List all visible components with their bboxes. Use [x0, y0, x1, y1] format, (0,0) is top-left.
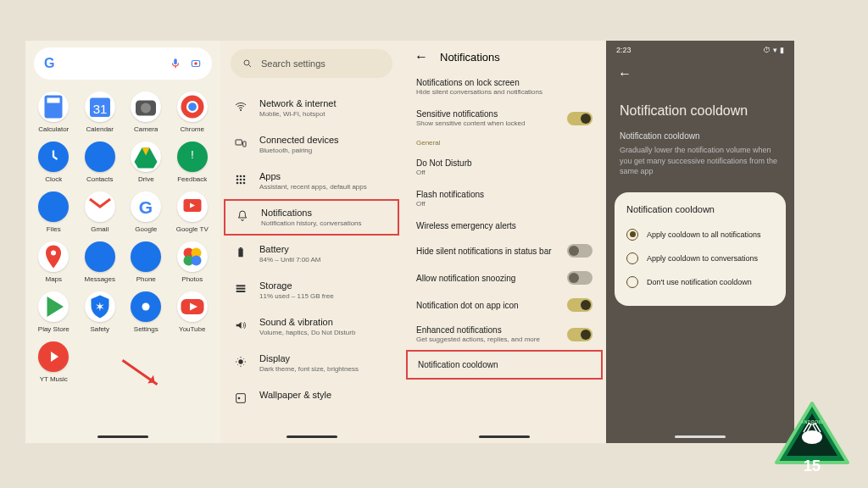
devices-icon [234, 136, 248, 150]
app-drawer-screen: G Calculator31CalendarCameraChromeClockC… [25, 41, 220, 443]
item-title: Enhanced notifications [416, 325, 567, 335]
clock-icon [38, 141, 69, 172]
settings-item-storage[interactable]: Storage11% used – 115 GB free [220, 272, 403, 308]
app-photos[interactable]: Photos [170, 241, 216, 283]
notif-item-notifications-on-lock-screen[interactable]: Notifications on lock screenHide silent … [403, 71, 606, 103]
radio-icon [626, 252, 638, 264]
settings-item-connected-devices[interactable]: Connected devicesBluetooth, pairing [220, 126, 403, 163]
back-icon[interactable]: ← [415, 49, 428, 64]
nav-bar[interactable] [97, 435, 148, 438]
toggle[interactable] [567, 244, 593, 258]
app-play-store[interactable]: Play Store [31, 291, 77, 333]
item-title: Flash notifications [416, 190, 593, 199]
nav-bar[interactable] [479, 435, 530, 438]
app-label: Calendar [86, 125, 114, 133]
chrome-icon [177, 92, 208, 122]
play-icon [38, 291, 69, 322]
app-label: Google TV [176, 225, 209, 233]
app-drive[interactable]: Drive [123, 141, 170, 183]
cooldown-option-2[interactable]: Don't use notification cooldown [626, 270, 774, 294]
notif-item-wireless-emergency-alerts[interactable]: Wireless emergency alerts [403, 214, 606, 237]
svg-text:!: ! [191, 148, 194, 161]
app-safety[interactable]: ✶Safety [77, 291, 124, 333]
notif-item-do-not-disturb[interactable]: Do Not DisturbOff [403, 152, 606, 183]
wifi-icon: ▾ [773, 46, 777, 54]
app-label: Safety [90, 325, 109, 333]
files-icon [38, 191, 69, 222]
app-chrome[interactable]: Chrome [170, 92, 216, 133]
app-calculator[interactable]: Calculator [31, 92, 77, 133]
app-clock[interactable]: Clock [31, 141, 77, 183]
app-google[interactable]: GGoogle [123, 191, 170, 233]
cooldown-option-0[interactable]: Apply cooldown to all notifications [626, 223, 774, 247]
app-messages[interactable]: Messages [77, 241, 124, 283]
app-google-tv[interactable]: Google TV [170, 191, 216, 233]
app-label: Files [47, 225, 61, 233]
app-gmail[interactable]: Gmail [77, 191, 124, 233]
notif-item-notification-cooldown[interactable]: Notification cooldown [406, 350, 603, 380]
app-calendar[interactable]: 31Calendar [77, 92, 124, 133]
photos-icon [177, 241, 208, 272]
svg-text:G: G [139, 197, 153, 217]
app-yt-music[interactable]: YT Music [31, 341, 77, 383]
settings-item-apps[interactable]: AppsAssistant, recent apps, default apps [220, 163, 403, 199]
notif-item-notification-dot-on-app-icon[interactable]: Notification dot on app icon [403, 291, 606, 319]
item-subtitle: Hide silent conversations and notificati… [416, 88, 593, 96]
app-phone[interactable]: Phone [123, 241, 170, 283]
nav-bar[interactable] [287, 435, 337, 438]
search-settings-input[interactable]: Search settings [231, 49, 392, 78]
app-feedback[interactable]: !Feedback [170, 141, 216, 183]
settings-item-battery[interactable]: Battery84% – Until 7:00 AM [220, 236, 403, 272]
item-subtitle: Mobile, Wi-Fi, hotspot [259, 110, 389, 118]
notif-item-hide-silent-notifications-in[interactable]: Hide silent notifications in status bar [403, 237, 606, 264]
settings-item-notifications[interactable]: NotificationsNotification history, conve… [224, 199, 399, 236]
toggle[interactable] [567, 112, 593, 125]
app-contacts[interactable]: Contacts [77, 141, 124, 183]
settings-icon [131, 291, 161, 322]
maps-icon [38, 241, 69, 272]
section-description: Gradually lower the notification volume … [620, 145, 781, 177]
settings-item-network-internet[interactable]: Network & internetMobile, Wi-Fi, hotspot [220, 90, 403, 126]
app-label: Google [135, 225, 157, 233]
nav-bar[interactable] [675, 435, 726, 438]
sound-icon [234, 319, 248, 332]
app-label: Camera [134, 125, 158, 133]
section-label: General [403, 134, 606, 152]
item-subtitle: Get suggested actions, replies, and more [416, 336, 567, 343]
battery-icon [234, 246, 248, 259]
app-youtube[interactable]: YouTube [170, 291, 216, 333]
settings-item-wallpaper-style[interactable]: Wallpaper & style [220, 381, 403, 413]
svg-point-43 [240, 179, 242, 181]
toggle[interactable] [567, 271, 593, 285]
notif-item-flash-notifications[interactable]: Flash notificationsOff [403, 183, 606, 214]
page-title: Notification cooldown [606, 88, 794, 130]
settings-item-sound-vibration[interactable]: Sound & vibrationVolume, haptics, Do Not… [220, 308, 403, 345]
notif-item-enhanced-notifications[interactable]: Enhanced notificationsGet suggested acti… [403, 319, 606, 350]
mic-icon[interactable] [170, 58, 181, 69]
svg-rect-38 [243, 141, 246, 147]
app-camera[interactable]: Camera [123, 92, 170, 133]
app-settings[interactable]: Settings [123, 291, 170, 333]
back-icon[interactable]: ← [606, 59, 794, 88]
app-label: Chrome [181, 125, 204, 133]
lens-icon[interactable] [190, 58, 202, 69]
google-search-bar[interactable]: G [34, 47, 212, 80]
svg-point-9 [187, 102, 198, 112]
notif-item-allow-notification-snoozing[interactable]: Allow notification snoozing [403, 264, 606, 291]
wifi-icon [234, 100, 248, 114]
app-files[interactable]: Files [31, 191, 77, 233]
toggle[interactable] [567, 328, 593, 341]
cooldown-option-1[interactable]: Apply cooldown to conversations [626, 247, 774, 270]
toggle[interactable] [567, 298, 593, 312]
item-title: Notification cooldown [418, 360, 591, 369]
storage-icon [234, 282, 248, 296]
app-label: Gmail [91, 225, 108, 233]
option-label: Don't use notification cooldown [647, 278, 752, 286]
settings-item-display[interactable]: DisplayDark theme, font size, brightness [220, 345, 403, 381]
app-maps[interactable]: Maps [31, 241, 77, 283]
ytmusic-icon [38, 341, 69, 372]
notif-item-sensitive-notifications[interactable]: Sensitive notificationsShow sensitive co… [403, 103, 606, 134]
svg-point-55 [238, 397, 241, 400]
cooldown-screen: 2:23 ⏱ ▾ ▮ ← Notification cooldown Notif… [606, 41, 794, 443]
cam-icon [131, 92, 161, 122]
